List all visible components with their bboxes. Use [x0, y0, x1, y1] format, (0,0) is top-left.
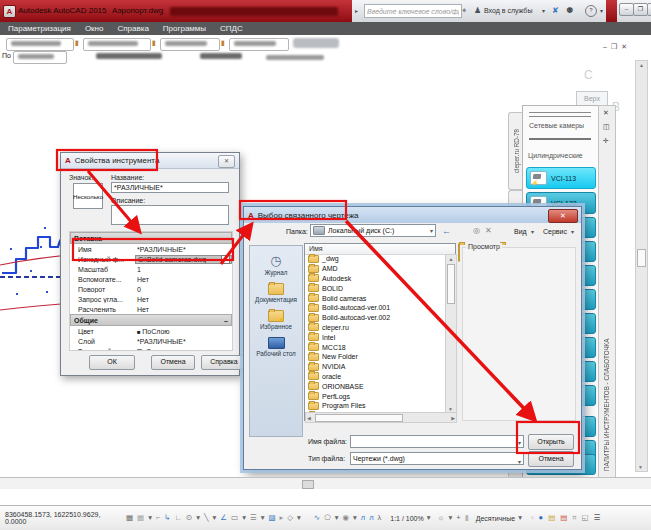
palette-properties-icon[interactable]: ✛ — [603, 137, 609, 145]
folder-row[interactable]: New Folder — [305, 352, 445, 362]
folder-row[interactable]: Program Files — [305, 401, 445, 411]
status-icon[interactable]: ● — [539, 514, 544, 522]
status-icon[interactable]: ⬠ — [324, 514, 331, 522]
status-icon[interactable]: ☼ — [438, 514, 445, 522]
property-row[interactable]: Слой *РАЗЛИЧНЫЕ* — [70, 336, 232, 346]
close-button[interactable]: ✕ — [647, 3, 651, 16]
folder-row[interactable]: cleper.ru — [305, 323, 445, 333]
zoom-scale-control[interactable]: 1:1 / 100% — [390, 515, 423, 522]
command-history[interactable] — [0, 489, 651, 505]
status-icon[interactable]: ▫ — [531, 514, 534, 522]
folder-row[interactable]: oracle — [305, 372, 445, 382]
coordinates-readout[interactable]: 8360458.1573, 1622510.9629, 0.0000 — [5, 511, 123, 525]
scroll-down-icon[interactable]: ▼ — [638, 463, 643, 471]
place-favorites[interactable]: ★ Избранное — [250, 310, 302, 330]
status-icon[interactable]: ⌗ — [572, 514, 576, 522]
toolbar-icon[interactable]: ▮ — [75, 39, 79, 47]
a360-icon[interactable]: ✘ — [552, 6, 559, 15]
scroll-thumb[interactable] — [315, 414, 403, 422]
folder-row[interactable]: Intel — [305, 332, 445, 342]
status-icon[interactable]: ☰ — [250, 514, 257, 522]
status-icon[interactable]: ▾ — [242, 514, 246, 522]
status-icon[interactable]: λ — [378, 514, 382, 522]
status-icon[interactable]: ▾ — [213, 514, 217, 522]
cancel-button[interactable]: Отмена — [528, 451, 574, 467]
section-header-general[interactable]: Общие– — [70, 314, 232, 326]
command-splitter-handle[interactable] — [302, 480, 314, 489]
collapse-icon[interactable]: – — [224, 235, 228, 242]
search-expand-icon[interactable]: ▸ — [355, 7, 358, 14]
property-row[interactable]: Поворот 0 — [70, 284, 232, 294]
open-button[interactable]: Открыть — [528, 434, 574, 450]
mdi-window-controls[interactable]: –❒✕ — [603, 43, 631, 51]
search-web-icon[interactable]: ◎ — [473, 226, 480, 235]
chevron-down-icon[interactable]: ▾ — [571, 228, 574, 235]
menu-item-спдс[interactable]: СПДС — [220, 24, 243, 33]
status-icon[interactable]: ◇ — [287, 514, 293, 522]
cancel-button[interactable]: Отмена — [151, 355, 195, 370]
folder-row[interactable]: Bolid cameras — [305, 293, 445, 303]
description-input[interactable] — [111, 205, 229, 225]
property-row[interactable]: Имя *РАЗЛИЧНЫЕ* — [70, 244, 232, 254]
up-one-level-icon[interactable] — [458, 243, 460, 262]
folder-row[interactable]: NVIDIA — [305, 362, 445, 372]
scroll-thumb[interactable] — [447, 264, 455, 304]
dialog-close-icon[interactable]: ✕ — [218, 155, 235, 168]
drawing-vscrollbar[interactable]: ▲ ▼ — [635, 60, 648, 472]
status-icon[interactable]: ╲ — [204, 514, 209, 522]
palette-autohide-icon[interactable]: ◫ — [603, 123, 610, 131]
folder-row[interactable]: PerfLogs — [305, 391, 445, 401]
folder-row[interactable]: Bolid-autocad-ver.001 — [305, 303, 445, 313]
property-row[interactable]: Вспомогате... Нет — [70, 274, 232, 284]
status-icon[interactable]: ▾ — [353, 514, 357, 522]
status-icon[interactable]: ▭ — [231, 514, 238, 522]
status-icon[interactable]: ▮ — [465, 514, 469, 522]
property-row[interactable]: Расчленить Нет — [70, 304, 232, 314]
folder-row[interactable]: BOLID — [305, 283, 445, 293]
status-icon[interactable]: ▾ — [196, 514, 200, 522]
place-documents[interactable]: Документация — [250, 283, 302, 303]
status-icon[interactable]: ▤ — [548, 514, 555, 522]
chevron-down-icon[interactable]: ▾ — [518, 439, 521, 446]
help-icon[interactable]: ? — [585, 5, 597, 17]
status-icon[interactable]: ∠ — [220, 514, 227, 522]
toolbar-combo[interactable] — [160, 38, 220, 51]
chevron-down-icon[interactable]: ▾ — [430, 227, 433, 234]
scroll-thumb[interactable] — [637, 249, 646, 267]
scroll-up-icon[interactable]: ▲ — [446, 255, 456, 263]
delete-icon[interactable]: ✕ — [485, 226, 492, 235]
palette-item-vci-113[interactable]: VCI-113 — [526, 167, 596, 189]
status-icon[interactable]: ▾ — [148, 514, 152, 522]
toolbar-combo[interactable] — [6, 38, 74, 51]
viewcube-top-face[interactable]: Верх — [576, 91, 608, 106]
folder-row[interactable]: _dwg — [305, 254, 445, 264]
status-icon[interactable]: ◉ — [342, 514, 349, 522]
property-row[interactable]: Запрос угла... Нет — [70, 294, 232, 304]
status-icon[interactable]: ▾ — [448, 514, 452, 522]
share-icon[interactable]: ⚉ — [566, 6, 573, 15]
status-icon[interactable]: ▤ — [560, 514, 567, 522]
filetype-combo[interactable]: Чертежи (*.dwg) ▾ — [350, 452, 524, 465]
tools-menu[interactable]: Сервис — [543, 228, 567, 235]
view-menu[interactable]: Вид — [514, 228, 527, 235]
palette-close-icon[interactable]: ✕ — [603, 109, 609, 117]
toolbar-combo[interactable] — [13, 51, 67, 64]
toolbar-icon[interactable]: ▮ — [152, 39, 156, 47]
chevron-down-icon[interactable]: ▾ — [518, 456, 521, 468]
help-button[interactable]: Справка — [201, 355, 247, 370]
status-icon[interactable]: ▨ — [268, 514, 275, 522]
property-row[interactable]: Цвет ПоСлою — [70, 326, 232, 336]
filename-combo[interactable]: ▾ — [350, 435, 524, 448]
menu-item-параметризация[interactable]: Параметризация — [8, 24, 71, 33]
ok-button[interactable]: ОК — [89, 355, 135, 370]
restore-button[interactable]: ❒ — [633, 3, 648, 16]
status-icon[interactable]: ☰ — [594, 514, 601, 522]
status-icon[interactable]: ⊙ — [186, 514, 192, 522]
search-input[interactable] — [364, 4, 462, 18]
toolbar-combo[interactable] — [83, 38, 151, 51]
property-row[interactable]: Исходный ф... C:\Bolid cameras.dwg — [70, 254, 232, 264]
toolbar-icon[interactable]: ▮ — [221, 39, 225, 47]
minimize-button[interactable]: – — [619, 3, 634, 16]
scroll-up-icon[interactable]: ▲ — [636, 61, 647, 69]
signin-label[interactable]: Вход в службы — [484, 7, 532, 14]
